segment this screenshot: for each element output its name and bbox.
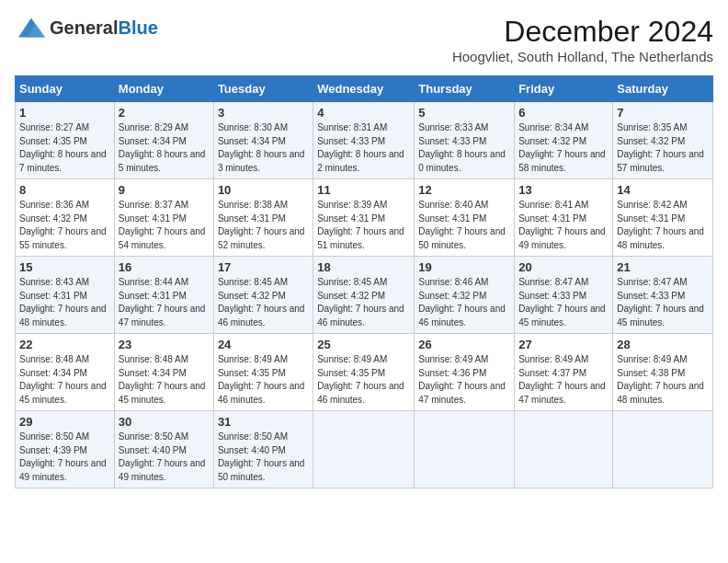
cell-content: Sunrise: 8:29 AMSunset: 4:34 PMDaylight:… xyxy=(119,121,210,175)
cell-content: Sunrise: 8:46 AMSunset: 4:32 PMDaylight:… xyxy=(418,276,510,329)
cell-content: Sunrise: 8:48 AMSunset: 4:34 PMDaylight:… xyxy=(19,353,110,407)
day-number: 4 xyxy=(317,106,410,120)
day-number: 18 xyxy=(317,260,410,274)
calendar-cell: 18Sunrise: 8:45 AMSunset: 4:32 PMDayligh… xyxy=(313,257,415,334)
day-number: 13 xyxy=(518,183,609,197)
weekday-header: Sunday xyxy=(16,76,115,102)
day-number: 31 xyxy=(218,415,309,429)
cell-content: Sunrise: 8:33 AMSunset: 4:33 PMDaylight:… xyxy=(418,121,510,175)
day-number: 14 xyxy=(617,183,709,197)
weekday-header: Wednesday xyxy=(313,76,415,102)
cell-content: Sunrise: 8:42 AMSunset: 4:31 PMDaylight:… xyxy=(617,199,709,252)
cell-content: Sunrise: 8:43 AMSunset: 4:31 PMDaylight:… xyxy=(19,276,110,329)
calendar-header-row: SundayMondayTuesdayWednesdayThursdayFrid… xyxy=(16,76,713,102)
calendar-cell: 15Sunrise: 8:43 AMSunset: 4:31 PMDayligh… xyxy=(16,257,115,334)
calendar-cell: 4Sunrise: 8:31 AMSunset: 4:33 PMDaylight… xyxy=(313,102,415,179)
calendar-week-row: 15Sunrise: 8:43 AMSunset: 4:31 PMDayligh… xyxy=(16,257,713,334)
day-number: 20 xyxy=(518,260,609,274)
calendar-cell: 24Sunrise: 8:49 AMSunset: 4:35 PMDayligh… xyxy=(213,334,313,411)
day-number: 6 xyxy=(518,106,609,120)
day-number: 30 xyxy=(119,415,210,429)
cell-content: Sunrise: 8:49 AMSunset: 4:35 PMDaylight:… xyxy=(317,353,410,407)
calendar-cell: 14Sunrise: 8:42 AMSunset: 4:31 PMDayligh… xyxy=(613,179,713,257)
weekday-header: Saturday xyxy=(613,76,713,102)
logo-icon xyxy=(15,15,48,40)
cell-content: Sunrise: 8:49 AMSunset: 4:35 PMDaylight:… xyxy=(218,353,309,407)
day-number: 17 xyxy=(218,260,309,274)
calendar-cell: 12Sunrise: 8:40 AMSunset: 4:31 PMDayligh… xyxy=(415,179,515,257)
day-number: 21 xyxy=(617,260,709,274)
calendar-cell: 30Sunrise: 8:50 AMSunset: 4:40 PMDayligh… xyxy=(114,411,213,488)
weekday-header: Friday xyxy=(515,76,613,102)
cell-content: Sunrise: 8:37 AMSunset: 4:31 PMDaylight:… xyxy=(119,199,210,252)
calendar-cell: 19Sunrise: 8:46 AMSunset: 4:32 PMDayligh… xyxy=(415,257,515,334)
day-number: 28 xyxy=(617,338,709,351)
weekday-header: Monday xyxy=(114,76,213,102)
cell-content: Sunrise: 8:47 AMSunset: 4:33 PMDaylight:… xyxy=(617,276,709,329)
cell-content: Sunrise: 8:50 AMSunset: 4:40 PMDaylight:… xyxy=(218,431,309,484)
day-number: 12 xyxy=(418,183,510,197)
cell-content: Sunrise: 8:39 AMSunset: 4:31 PMDaylight:… xyxy=(317,199,410,252)
day-number: 24 xyxy=(218,338,309,351)
day-number: 23 xyxy=(119,338,210,351)
day-number: 27 xyxy=(518,338,609,351)
cell-content: Sunrise: 8:49 AMSunset: 4:37 PMDaylight:… xyxy=(518,353,609,407)
cell-content: Sunrise: 8:30 AMSunset: 4:34 PMDaylight:… xyxy=(218,121,309,175)
cell-content: Sunrise: 8:34 AMSunset: 4:32 PMDaylight:… xyxy=(518,121,609,175)
calendar-cell xyxy=(313,411,415,488)
calendar-cell: 21Sunrise: 8:47 AMSunset: 4:33 PMDayligh… xyxy=(613,257,713,334)
calendar-cell: 22Sunrise: 8:48 AMSunset: 4:34 PMDayligh… xyxy=(16,334,115,411)
calendar-cell xyxy=(415,411,515,488)
calendar-cell: 11Sunrise: 8:39 AMSunset: 4:31 PMDayligh… xyxy=(313,179,415,257)
calendar-cell: 10Sunrise: 8:38 AMSunset: 4:31 PMDayligh… xyxy=(213,179,313,257)
logo-text: GeneralBlue xyxy=(50,17,158,39)
day-number: 2 xyxy=(119,106,210,120)
calendar-cell: 5Sunrise: 8:33 AMSunset: 4:33 PMDaylight… xyxy=(415,102,515,179)
calendar-week-row: 29Sunrise: 8:50 AMSunset: 4:39 PMDayligh… xyxy=(16,411,713,488)
cell-content: Sunrise: 8:44 AMSunset: 4:31 PMDaylight:… xyxy=(119,276,210,329)
calendar-cell: 9Sunrise: 8:37 AMSunset: 4:31 PMDaylight… xyxy=(114,179,213,257)
calendar-cell: 16Sunrise: 8:44 AMSunset: 4:31 PMDayligh… xyxy=(114,257,213,334)
weekday-header: Tuesday xyxy=(213,76,313,102)
cell-content: Sunrise: 8:48 AMSunset: 4:34 PMDaylight:… xyxy=(119,353,210,407)
page-subtitle: Hoogvliet, South Holland, The Netherland… xyxy=(452,49,713,64)
calendar-cell xyxy=(613,411,713,488)
day-number: 29 xyxy=(19,415,110,429)
calendar-cell: 13Sunrise: 8:41 AMSunset: 4:31 PMDayligh… xyxy=(515,179,613,257)
calendar-week-row: 1Sunrise: 8:27 AMSunset: 4:35 PMDaylight… xyxy=(16,102,713,179)
calendar-cell: 8Sunrise: 8:36 AMSunset: 4:32 PMDaylight… xyxy=(16,179,115,257)
day-number: 15 xyxy=(19,260,110,274)
cell-content: Sunrise: 8:38 AMSunset: 4:31 PMDaylight:… xyxy=(218,199,309,252)
cell-content: Sunrise: 8:40 AMSunset: 4:31 PMDaylight:… xyxy=(418,199,510,252)
title-block: December 2024 Hoogvliet, South Holland, … xyxy=(452,15,713,64)
cell-content: Sunrise: 8:49 AMSunset: 4:38 PMDaylight:… xyxy=(617,353,709,407)
day-number: 11 xyxy=(317,183,410,197)
cell-content: Sunrise: 8:35 AMSunset: 4:32 PMDaylight:… xyxy=(617,121,709,175)
cell-content: Sunrise: 8:45 AMSunset: 4:32 PMDaylight:… xyxy=(317,276,410,329)
logo: GeneralBlue xyxy=(15,15,158,40)
day-number: 26 xyxy=(418,338,510,351)
cell-content: Sunrise: 8:31 AMSunset: 4:33 PMDaylight:… xyxy=(317,121,410,175)
day-number: 10 xyxy=(218,183,309,197)
weekday-header: Thursday xyxy=(415,76,515,102)
calendar-week-row: 22Sunrise: 8:48 AMSunset: 4:34 PMDayligh… xyxy=(16,334,713,411)
calendar-table: SundayMondayTuesdayWednesdayThursdayFrid… xyxy=(15,75,713,488)
calendar-cell: 28Sunrise: 8:49 AMSunset: 4:38 PMDayligh… xyxy=(613,334,713,411)
calendar-cell: 6Sunrise: 8:34 AMSunset: 4:32 PMDaylight… xyxy=(515,102,613,179)
day-number: 22 xyxy=(19,338,110,351)
day-number: 7 xyxy=(617,106,709,120)
day-number: 3 xyxy=(218,106,309,120)
page-header: GeneralBlue December 2024 Hoogvliet, Sou… xyxy=(15,15,713,64)
calendar-cell: 31Sunrise: 8:50 AMSunset: 4:40 PMDayligh… xyxy=(213,411,313,488)
day-number: 9 xyxy=(119,183,210,197)
calendar-cell: 27Sunrise: 8:49 AMSunset: 4:37 PMDayligh… xyxy=(515,334,613,411)
calendar-week-row: 8Sunrise: 8:36 AMSunset: 4:32 PMDaylight… xyxy=(16,179,713,257)
cell-content: Sunrise: 8:27 AMSunset: 4:35 PMDaylight:… xyxy=(19,121,110,175)
day-number: 25 xyxy=(317,338,410,351)
cell-content: Sunrise: 8:50 AMSunset: 4:40 PMDaylight:… xyxy=(119,431,210,484)
calendar-cell: 29Sunrise: 8:50 AMSunset: 4:39 PMDayligh… xyxy=(16,411,115,488)
day-number: 5 xyxy=(418,106,510,120)
page-title: December 2024 xyxy=(452,15,713,49)
day-number: 16 xyxy=(119,260,210,274)
cell-content: Sunrise: 8:45 AMSunset: 4:32 PMDaylight:… xyxy=(218,276,309,329)
